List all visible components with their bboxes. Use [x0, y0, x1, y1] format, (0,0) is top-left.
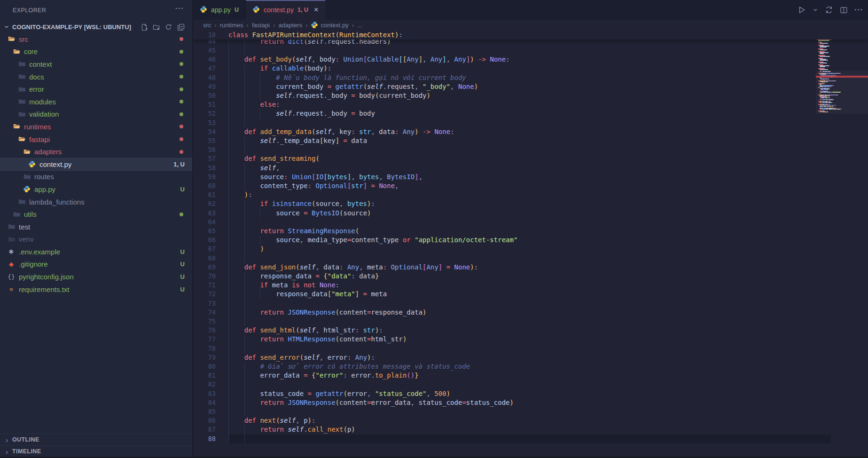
code-line[interactable]: 52 self.request._body = body [193, 109, 868, 118]
code-line[interactable]: 75 [193, 317, 868, 326]
code-line[interactable]: 70 response_data = {"data": data} [193, 272, 868, 281]
code-line[interactable]: 84 return JSONResponse(content=error_dat… [193, 398, 868, 407]
line-number[interactable]: 48 [193, 73, 216, 82]
tab-app-py[interactable]: app.py U [193, 0, 246, 20]
line-number[interactable]: 85 [193, 407, 216, 416]
code-line[interactable]: 66 source, media_type=content_type or "a… [193, 236, 868, 245]
tree-item--env-example[interactable]: ✱.env.exampleU [0, 245, 192, 258]
code-line[interactable]: 45 [193, 46, 868, 55]
tab-context-py[interactable]: context.py 1, U × [246, 0, 326, 20]
line-number[interactable]: 65 [193, 227, 216, 236]
breadcrumb-item[interactable]: runtimes [220, 22, 243, 29]
tree-item-context[interactable]: context [0, 58, 192, 71]
line-number[interactable]: 84 [193, 398, 216, 407]
line-number[interactable]: 64 [193, 218, 216, 227]
code-line[interactable]: 79 def send_error(self, error: Any): [193, 353, 868, 362]
line-number[interactable]: 79 [193, 353, 216, 362]
line-number[interactable]: 60 [193, 182, 216, 190]
line-number[interactable]: 56 [193, 145, 216, 154]
line-number[interactable]: 59 [193, 173, 216, 182]
tree-item-fastapi[interactable]: fastapi [0, 133, 192, 146]
code-line[interactable]: 62 if isinstance(source, bytes): [193, 199, 868, 208]
line-number[interactable]: 52 [193, 109, 216, 118]
breadcrumb-item[interactable]: src [203, 22, 211, 29]
code-line[interactable]: 83 status_code = getattr(error, "status_… [193, 389, 868, 398]
code-line[interactable]: 46 def set_body(self, body: Union[Callab… [193, 55, 868, 64]
code-line[interactable]: 87 return self.call_next(p) [193, 425, 868, 434]
tree-item-utils[interactable]: utils [0, 208, 192, 221]
code-line[interactable]: 86 def next(self, p): [193, 416, 868, 425]
code-line[interactable]: 47 if callable(body): [193, 64, 868, 73]
open-changes-button[interactable] [825, 6, 833, 14]
project-root-row[interactable]: COGNITO-EXAMPLE-PY [WSL: UBUNTU] [0, 21, 192, 33]
code-line[interactable]: 76 def send_html(self, html_str: str): [193, 326, 868, 335]
code-line[interactable]: 72 response_data["meta"] = meta [193, 290, 868, 299]
outline-section[interactable]: › OUTLINE [0, 434, 192, 445]
code-line[interactable]: 77 return HTMLResponse(content=html_str) [193, 335, 868, 344]
close-icon[interactable]: × [314, 5, 319, 15]
code-line[interactable]: 61 ): [193, 190, 868, 199]
code-editor[interactable]: 44 return dict(self.request.headers)4546… [193, 30, 868, 457]
tree-item-app-py[interactable]: app.pyU [0, 183, 192, 196]
line-number[interactable]: 50 [193, 91, 216, 100]
code-line[interactable]: 51 else: [193, 100, 868, 109]
tree-item-pyrightconfig-json[interactable]: {}pyrightconfig.jsonU [0, 270, 192, 283]
line-number[interactable]: 73 [193, 299, 216, 308]
line-number[interactable]: 61 [193, 190, 216, 199]
code-line[interactable]: 55 self._temp_data[key] = data [193, 136, 868, 145]
code-line[interactable]: 73 [193, 299, 868, 308]
code-line[interactable]: 58 self, [193, 164, 868, 173]
code-line[interactable]: 50 self.request._body = body(current_bod… [193, 91, 868, 100]
line-number[interactable]: 53 [193, 118, 216, 127]
line-number[interactable]: 58 [193, 164, 216, 173]
tree-item-requirements-txt[interactable]: ≡requirements.txtU [0, 283, 192, 296]
code-line[interactable]: 54 def add_temp_data(self, key: str, dat… [193, 127, 868, 136]
code-line[interactable]: 57 def send_streaming( [193, 154, 868, 163]
line-number[interactable]: 45 [193, 46, 216, 55]
tree-item-src[interactable]: src [0, 33, 192, 46]
breadcrumb-item[interactable]: adapters [279, 22, 303, 29]
line-number[interactable]: 66 [193, 236, 216, 245]
line-number[interactable]: 80 [193, 362, 216, 371]
minimap[interactable] [816, 30, 868, 457]
line-number[interactable]: 86 [193, 416, 216, 425]
sticky-scroll-header[interactable]: 10class FastAPIRuntimeContext(RuntimeCon… [193, 30, 868, 39]
line-number[interactable]: 72 [193, 290, 216, 299]
line-number[interactable]: 81 [193, 371, 216, 380]
line-number[interactable]: 83 [193, 389, 216, 398]
code-line[interactable]: 49 current_body = getattr(self.request, … [193, 82, 868, 91]
line-number[interactable]: 57 [193, 154, 216, 163]
run-dropdown-icon[interactable] [813, 7, 818, 13]
line-number[interactable]: 74 [193, 308, 216, 317]
code-line[interactable]: 74 return JSONResponse(content=response_… [193, 308, 868, 317]
code-line[interactable]: 59 source: Union[IO[bytes], bytes, Bytes… [193, 173, 868, 182]
code-line[interactable]: 71 if meta is not None: [193, 281, 868, 290]
line-number[interactable]: 77 [193, 335, 216, 344]
line-number[interactable]: 54 [193, 127, 216, 136]
line-number[interactable]: 75 [193, 317, 216, 326]
collapse-all-icon[interactable] [177, 23, 185, 31]
line-number[interactable]: 49 [193, 82, 216, 91]
code-line[interactable]: 88 [193, 434, 868, 443]
new-folder-icon[interactable] [152, 23, 160, 31]
tree-item-error[interactable]: error [0, 83, 192, 95]
tree-item-test[interactable]: test [0, 221, 192, 233]
line-number[interactable]: 55 [193, 136, 216, 145]
line-number[interactable]: 51 [193, 100, 216, 109]
split-editor-button[interactable] [840, 6, 848, 14]
line-number[interactable]: 71 [193, 281, 216, 290]
tree-item-routes[interactable]: routes [0, 171, 192, 183]
tree-item-adapters[interactable]: adapters [0, 145, 192, 158]
line-number[interactable]: 63 [193, 209, 216, 218]
explorer-more-icon[interactable]: ··· [175, 4, 184, 12]
breadcrumb-item[interactable]: fastapi [252, 22, 270, 29]
code-line[interactable]: 69 def send_json(self, data: Any, meta: … [193, 263, 868, 272]
line-number[interactable]: 76 [193, 326, 216, 335]
new-file-icon[interactable] [140, 23, 148, 31]
breadcrumb-item[interactable]: ... [357, 22, 362, 29]
more-icon[interactable]: ··· [854, 6, 863, 14]
run-button[interactable] [798, 6, 806, 14]
tree-item-venv[interactable]: venv [0, 233, 192, 246]
code-line[interactable]: 65 return StreamingResponse( [193, 227, 868, 236]
timeline-section[interactable]: › TIMELINE [0, 445, 192, 457]
